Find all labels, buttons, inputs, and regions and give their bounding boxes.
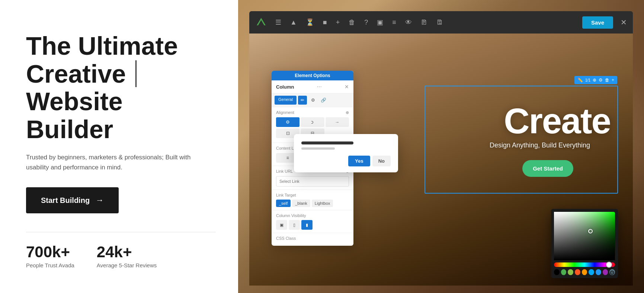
stat-2-label: Average 5-Star Reviews [97,262,157,268]
visibility-label: Column Visibility [276,213,349,218]
swatch-purple[interactable] [603,269,608,275]
color-picker: ⚙ [551,209,618,278]
hue-thumb[interactable] [606,262,612,268]
stat-1-number: 700k+ [26,244,74,260]
delete-icon[interactable]: 🗑 [346,17,358,28]
link-target-btns: _self _blank Lightbox [276,200,349,207]
panel-dots-icon[interactable]: ··· [317,83,322,90]
color-gradient-area[interactable] [554,212,615,260]
title-text-1: The Ultimate [26,32,178,60]
tab-general[interactable]: General [275,96,297,105]
title-line-2: Creative [26,60,216,88]
confirm-dialog: Yes No [294,134,398,172]
edit-handle-icon[interactable]: ✏️ [577,77,583,83]
save-button[interactable]: Save [582,16,613,29]
tab-icon-pencil[interactable]: ✏ [298,96,307,105]
hero-subtitle: Trusted by beginners, marketers & profes… [26,152,197,172]
align-center-top[interactable]: ↄ [301,117,324,127]
delete-handle-icon[interactable]: 🗑 [605,77,609,83]
divider [26,232,216,232]
panel-close-icon[interactable]: ✕ [345,84,349,90]
title-line-1: The Ultimate [26,32,216,60]
title-text-2: Creative [26,60,126,88]
layers-icon[interactable]: ▲ [288,17,299,28]
alignment-label: Alignment ⊕ [276,110,349,115]
close-icon[interactable]: ✕ [621,18,627,27]
dialog-bar-1 [301,141,353,144]
target-self-btn[interactable]: _self [276,200,291,207]
panel-visibility-section: Column Visibility ▣ ▯ ▮ [272,210,353,233]
swatch-black[interactable] [554,269,560,275]
panel-css-section: CSS Class [272,233,353,246]
desktop-icon[interactable]: ▣ [375,17,385,28]
swatch-grey[interactable]: ⚙ [609,269,615,275]
color-swatches: ⚙ [554,269,615,275]
hue-slider[interactable] [554,262,615,267]
stat-2-number: 24k+ [97,244,157,260]
panel-tabs: General ✏ ⚙ 🔗 [272,93,353,107]
layout-icon[interactable]: ■ [321,17,329,28]
panel-title-row: Column ··· ✕ [272,80,353,93]
cta-arrow: → [96,195,104,205]
swatch-light-blue[interactable] [589,269,594,275]
export-icon[interactable]: 🖺 [434,17,445,28]
dialog-bar-2 [301,147,335,150]
sidebar-toggle-icon[interactable]: ☰ [273,17,283,28]
cta-label: Start Building [41,196,90,205]
eye-icon[interactable]: 👁 [403,17,414,28]
add-handle-icon[interactable]: + [612,77,614,83]
align-left-top[interactable]: ⚙ [276,117,299,127]
panel-link-target-section: Link Target _self _blank Lightbox [272,190,353,210]
vis-tablet-btn[interactable]: ▯ [289,220,300,230]
responsive-icon[interactable]: ≡ [390,17,398,28]
title-divider [135,60,137,87]
builder-canvas: Create Design Anything, Build Everything… [249,34,633,286]
align-right-top[interactable]: → [326,117,349,127]
dialog-no-button[interactable]: No [372,156,391,166]
panel-header: Element Options [272,71,353,80]
copy-handle-icon[interactable]: ⊕ [593,77,596,83]
tab-icon-gear[interactable]: ⚙ [308,96,317,105]
left-panel: The Ultimate Creative Website Builder Tr… [0,0,238,293]
stat-1-label: People Trust Avada [26,262,74,268]
title-line-3: Website Builder [26,87,216,143]
color-picker-cursor[interactable] [588,229,593,233]
link-url-input[interactable] [276,176,349,187]
counter-handle: 1/1 [585,78,590,82]
panel-column-title: Column [276,84,294,90]
title-text-3: Website Builder [26,87,216,143]
swatch-deep-orange[interactable] [575,269,580,275]
tab-icon-link[interactable]: 🔗 [319,96,328,105]
target-blank-btn[interactable]: _blank [292,200,310,207]
target-lightbox-btn[interactable]: Lightbox [312,200,333,207]
selection-border: ✏️ 1/1 ⊕ ⚙ 🗑 + [424,86,618,194]
right-panel: ☰ ▲ ⏳ ■ + 🗑 ? ▣ ≡ 👁 🖹 🖺 Save ✕ Create De… [238,0,644,293]
add-icon[interactable]: + [334,17,342,28]
avada-logo [255,16,267,28]
swatch-orange[interactable] [582,269,587,275]
builder-toolbar: ☰ ▲ ⏳ ■ + 🗑 ? ▣ ≡ 👁 🖹 🖺 Save ✕ [249,11,633,34]
alignment-expand-icon[interactable]: ⊕ [346,110,349,115]
swatch-green[interactable] [561,269,567,275]
vis-desktop-btn[interactable]: ▣ [276,220,287,230]
history-icon[interactable]: ⏳ [304,17,316,28]
settings-handle-icon[interactable]: ⚙ [599,77,603,83]
swatch-blue[interactable] [596,269,601,275]
dialog-yes-button[interactable]: Yes [348,156,370,166]
css-label: CSS Class [276,236,349,241]
alignment-grid: ⚙ ↄ → [276,117,349,127]
swatch-light-green[interactable] [568,269,573,275]
dialog-buttons: Yes No [301,156,391,166]
start-building-button[interactable]: Start Building → [26,187,119,213]
stat-1: 700k+ People Trust Avada [26,244,74,268]
file-icon[interactable]: 🖹 [419,17,430,28]
link-target-label: Link Target [276,193,349,197]
gradient-brightness [554,212,615,260]
stats-row: 700k+ People Trust Avada 24k+ Average 5-… [26,244,216,268]
visibility-btns: ▣ ▯ ▮ [276,220,349,230]
stat-2: 24k+ Average 5-Star Reviews [97,244,157,268]
help-icon[interactable]: ? [362,17,370,28]
hero-title: The Ultimate Creative Website Builder [26,32,216,143]
vis-mobile-btn[interactable]: ▮ [301,220,313,230]
selection-handle-row: ✏️ 1/1 ⊕ ⚙ 🗑 + [574,76,617,84]
